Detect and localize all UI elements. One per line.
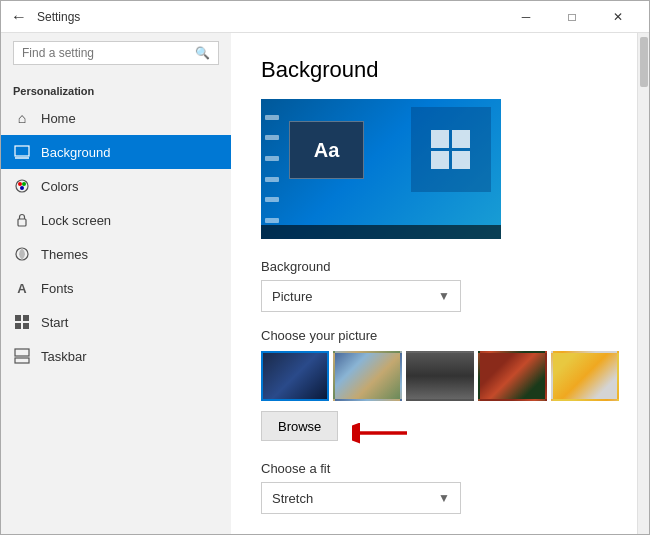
sidebar-item-themes[interactable]: Themes: [1, 237, 231, 271]
content-area: 🔍 Personalization ⌂ Home Background: [1, 33, 649, 534]
sidebar-section-label: Personalization: [1, 77, 231, 101]
sidebar-item-colors[interactable]: Colors: [1, 169, 231, 203]
svg-rect-13: [15, 349, 29, 356]
sidebar-item-label-home: Home: [41, 111, 76, 126]
picture-thumb-1[interactable]: [261, 351, 329, 401]
picture-thumb-4[interactable]: [478, 351, 546, 401]
choose-picture-label: Choose your picture: [261, 328, 619, 343]
titlebar-left: ← Settings: [9, 7, 80, 27]
main-scrollbar[interactable]: [637, 33, 649, 534]
svg-point-3: [18, 182, 22, 186]
sidebar-item-fonts[interactable]: A Fonts: [1, 271, 231, 305]
svg-point-4: [22, 182, 26, 186]
sidebar-item-label-lock-screen: Lock screen: [41, 213, 111, 228]
close-button[interactable]: ✕: [595, 1, 641, 33]
svg-rect-8: [15, 315, 21, 321]
background-icon: [13, 143, 31, 161]
fit-section: Choose a fit Stretch ▼: [261, 461, 619, 514]
picture-thumb-3[interactable]: [406, 351, 474, 401]
preview-stripes: [261, 99, 283, 239]
sidebar-item-label-start: Start: [41, 315, 68, 330]
taskbar-icon: [13, 347, 31, 365]
sidebar-item-label-fonts: Fonts: [41, 281, 74, 296]
sidebar-item-label-themes: Themes: [41, 247, 88, 262]
lock-icon: [13, 211, 31, 229]
window-title: Settings: [37, 10, 80, 24]
choose-fit-label: Choose a fit: [261, 461, 619, 476]
sidebar-item-home[interactable]: ⌂ Home: [1, 101, 231, 135]
sidebar-item-label-colors: Colors: [41, 179, 79, 194]
background-dropdown-value: Picture: [272, 289, 312, 304]
themes-icon: [13, 245, 31, 263]
titlebar: ← Settings ─ □ ✕: [1, 1, 649, 33]
svg-rect-9: [23, 315, 29, 321]
start-icon: [13, 313, 31, 331]
svg-rect-17: [452, 151, 470, 169]
svg-rect-10: [15, 323, 21, 329]
picture-thumb-5[interactable]: [551, 351, 619, 401]
fit-dropdown[interactable]: Stretch ▼: [261, 482, 461, 514]
sidebar-item-background[interactable]: Background: [1, 135, 231, 169]
svg-rect-1: [15, 157, 29, 159]
desktop-preview: Aa: [261, 99, 501, 239]
svg-rect-16: [431, 151, 449, 169]
preview-aa-window: Aa: [289, 121, 364, 179]
page-title: Background: [261, 57, 619, 83]
svg-rect-15: [452, 130, 470, 148]
svg-rect-11: [23, 323, 29, 329]
search-box[interactable]: 🔍: [13, 41, 219, 65]
colors-icon: [13, 177, 31, 195]
sidebar-item-lock-screen[interactable]: Lock screen: [1, 203, 231, 237]
settings-window: ← Settings ─ □ ✕ 🔍 Personalization ⌂ Hom…: [0, 0, 650, 535]
sidebar-item-label-taskbar: Taskbar: [41, 349, 87, 364]
svg-rect-0: [15, 146, 29, 156]
preview-aa-text: Aa: [314, 139, 340, 162]
preview-changes-label: Preview your changes: [261, 530, 619, 534]
svg-rect-14: [431, 130, 449, 148]
preview-taskbar: [261, 225, 501, 239]
svg-rect-12: [15, 358, 29, 363]
background-label: Background: [261, 259, 619, 274]
svg-point-5: [20, 186, 24, 190]
picture-thumb-2[interactable]: [333, 351, 401, 401]
search-input[interactable]: [22, 46, 195, 60]
sidebar-item-taskbar[interactable]: Taskbar: [1, 339, 231, 373]
sidebar: 🔍 Personalization ⌂ Home Background: [1, 33, 231, 534]
main-content: Background: [231, 33, 649, 534]
preview-logo-area: [411, 107, 491, 192]
home-icon: ⌂: [13, 109, 31, 127]
browse-row: Browse: [261, 411, 619, 457]
search-icon: 🔍: [195, 46, 210, 60]
window-controls: ─ □ ✕: [503, 1, 641, 33]
fit-dropdown-arrow-icon: ▼: [438, 491, 450, 505]
dropdown-arrow-icon: ▼: [438, 289, 450, 303]
minimize-button[interactable]: ─: [503, 1, 549, 33]
scrollbar-thumb[interactable]: [640, 37, 648, 87]
sidebar-item-label-background: Background: [41, 145, 110, 160]
fonts-icon: A: [13, 279, 31, 297]
arrow-indicator: [352, 419, 412, 450]
preview-desktop: Aa: [261, 99, 501, 239]
fit-dropdown-value: Stretch: [272, 491, 313, 506]
back-button[interactable]: ←: [9, 7, 29, 27]
svg-rect-6: [18, 219, 26, 226]
background-dropdown[interactable]: Picture ▼: [261, 280, 461, 312]
picture-grid: [261, 351, 619, 401]
browse-button[interactable]: Browse: [261, 411, 338, 441]
sidebar-item-start[interactable]: Start: [1, 305, 231, 339]
maximize-button[interactable]: □: [549, 1, 595, 33]
